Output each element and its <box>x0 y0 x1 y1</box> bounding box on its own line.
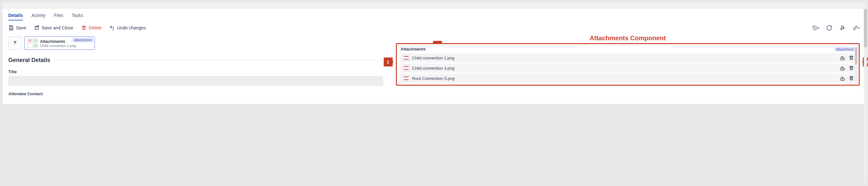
tab-details[interactable]: Details <box>8 11 23 21</box>
download-icon[interactable] <box>839 65 845 71</box>
link-button[interactable]: ▾ <box>852 24 860 31</box>
download-icon[interactable] <box>839 55 845 61</box>
file-name: Child connection 1.png <box>412 55 837 61</box>
title-label: Title <box>8 69 383 74</box>
save-close-label: Save and Close <box>42 25 73 30</box>
tool-button[interactable] <box>839 24 846 31</box>
file-name: Child connection 3.png <box>412 66 837 71</box>
collapse-card[interactable] <box>8 36 22 50</box>
divider <box>54 60 383 61</box>
component-scrollbar[interactable] <box>855 46 858 83</box>
delete-button[interactable]: Delete <box>81 25 101 31</box>
annotation-marker-1: 1 <box>384 58 393 67</box>
download-icon[interactable] <box>839 75 845 81</box>
refresh-button[interactable] <box>826 24 833 31</box>
section-title: General Details <box>8 57 50 64</box>
attach-card-badge: attachment <box>72 38 94 42</box>
chevron-down-icon: ▾ <box>818 26 819 30</box>
attachment-row[interactable]: Root Connection 5.png <box>400 74 857 83</box>
attachment-list: Child connection 1.png <box>400 53 857 83</box>
file-name: Root Connection 5.png <box>412 76 837 81</box>
toolbar: Save Save and Close Delete <box>8 24 860 31</box>
trash-icon <box>81 25 87 31</box>
annotation-title: Attachments Component <box>396 35 860 42</box>
save-close-icon <box>34 25 40 31</box>
delete-label: Delete <box>89 25 101 30</box>
page-scrollbar[interactable] <box>864 6 867 106</box>
attendee-label: Attendee Contact <box>8 91 383 96</box>
history-button[interactable]: ▾ <box>812 24 819 31</box>
arrow-up-icon <box>12 40 18 46</box>
attach-card-subtitle: Child connection 1.png <box>40 44 76 48</box>
delete-file-icon[interactable] <box>848 65 854 71</box>
component-badge: attachment <box>834 47 856 51</box>
component-header: Attachments <box>401 47 426 51</box>
undo-button[interactable]: Undo changes <box>109 25 146 31</box>
delete-file-icon[interactable] <box>848 55 854 61</box>
attachments-summary-card[interactable]: Attachments Child connection 1.png attac… <box>24 36 95 50</box>
delete-file-icon[interactable] <box>848 75 854 81</box>
attach-card-title: Attachments <box>40 39 76 44</box>
tab-activity[interactable]: Activity <box>31 11 45 21</box>
file-thumb-icon <box>403 54 410 61</box>
save-close-button[interactable]: Save and Close <box>34 25 73 31</box>
save-label: Save <box>16 25 26 30</box>
tabs: Details Activity Files Tasks <box>8 11 860 21</box>
file-thumb-icon <box>403 65 410 71</box>
undo-icon <box>109 25 115 31</box>
thumbnail-grid <box>27 38 38 48</box>
save-button[interactable]: Save <box>8 25 26 31</box>
attachments-component: Attachments attachment Child connection … <box>396 43 860 86</box>
title-input[interactable] <box>8 76 383 86</box>
file-thumb-icon <box>403 75 410 81</box>
save-icon <box>8 25 14 31</box>
undo-label: Undo changes <box>117 25 146 30</box>
attachment-row[interactable]: Child connection 3.png <box>400 64 857 73</box>
tab-tasks[interactable]: Tasks <box>72 11 83 21</box>
tab-files[interactable]: Files <box>54 11 63 21</box>
attachment-row[interactable]: Child connection 1.png <box>400 53 857 62</box>
chevron-down-icon: ▾ <box>858 26 860 30</box>
